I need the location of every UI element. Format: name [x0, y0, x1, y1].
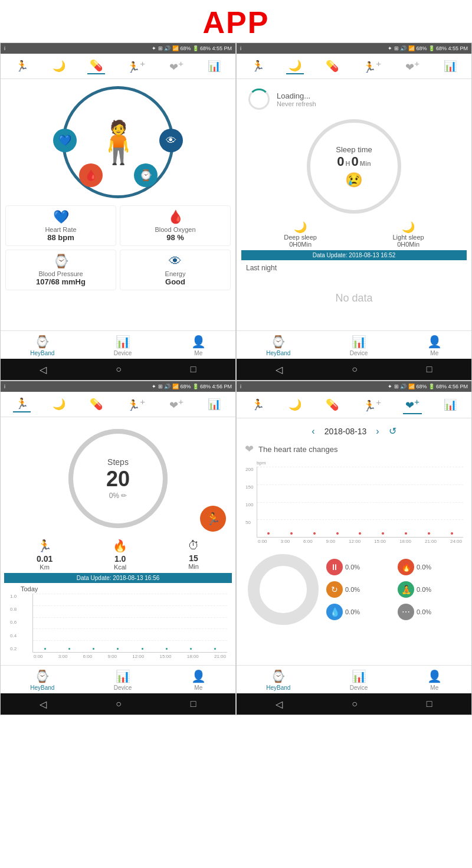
top-tabs-4[interactable]: 🏃 🌙 💊 🏃+ ❤+ 📊 — [237, 392, 471, 418]
nav-heyband-3[interactable]: ⌚ HeyBand — [30, 669, 54, 691]
top-tabs-2[interactable]: 🏃 🌙 💊 🏃+ ❤+ 📊 — [237, 54, 471, 79]
nav-me-4[interactable]: 👤 Me — [427, 669, 442, 691]
tab4-heart-plus[interactable]: ❤+ — [403, 395, 422, 414]
recents-btn-4[interactable]: □ — [427, 699, 432, 709]
sleep-screen: Loading... Never refresh Sleep time 0 H … — [237, 79, 471, 330]
nav-device-3[interactable]: 📊 Device — [114, 669, 132, 691]
me-icon: 👤 — [191, 335, 206, 349]
donut-section: ⏸ 0.0% 🔥 0.0% ↻ 0.0% 🧘 — [240, 546, 468, 633]
tab2-pill[interactable]: 💊 — [323, 58, 341, 74]
nav-heyband-2[interactable]: ⌚ HeyBand — [266, 335, 290, 356]
tab3-chart[interactable]: 📊 — [205, 397, 223, 412]
hr-dots-row — [257, 532, 463, 535]
chart-dot — [117, 648, 119, 650]
nav-heyband-4[interactable]: ⌚ HeyBand — [266, 669, 290, 691]
km-value: 0.01 — [37, 554, 53, 564]
heyband-label-2: HeyBand — [266, 350, 290, 356]
orbit-eye-btn[interactable]: 👁 — [159, 129, 183, 152]
stat-energy[interactable]: 👁 Energy Good — [120, 250, 231, 290]
recents-btn-1[interactable]: □ — [191, 364, 196, 375]
tab4-pill[interactable]: 💊 — [323, 397, 341, 412]
tab4-chart[interactable]: 📊 — [441, 397, 459, 412]
tab-sleep[interactable]: 🌙 — [50, 58, 68, 74]
stat-blood-pressure[interactable]: ⌚ Blood Pressure 107/68 mmHg — [5, 250, 116, 290]
loading-text: Loading... — [277, 91, 316, 100]
app-title: APP — [203, 5, 270, 40]
tab3-run[interactable]: 🏃 — [13, 396, 31, 412]
top-tabs-3[interactable]: 🏃 🌙 💊 🏃+ ❤+ 📊 — [1, 392, 235, 417]
device-icon-4: 📊 — [352, 669, 366, 683]
light-sleep-label: Light sleep — [393, 234, 424, 241]
me-icon-4: 👤 — [427, 669, 442, 683]
back-btn-1[interactable]: ◁ — [40, 364, 47, 375]
device-label-3: Device — [114, 684, 132, 691]
steps-stat-kcal: 🔥 1.0 Kcal — [113, 539, 127, 571]
tab-run-plus[interactable]: 🏃+ — [124, 57, 148, 75]
activity-button[interactable]: 🏃 — [200, 506, 226, 532]
orbit-blood-btn[interactable]: 🩸 — [79, 163, 103, 187]
grid-lines — [33, 594, 227, 652]
chart-dots-row — [33, 648, 227, 650]
back-btn-2[interactable]: ◁ — [276, 364, 283, 375]
body-circle: 🧍 💙 👁 🩸 ⌚ — [62, 86, 174, 198]
tab2-heart-plus[interactable]: ❤+ — [403, 57, 422, 75]
nav-me-1[interactable]: 👤 Me — [191, 335, 206, 356]
nav-me-2[interactable]: 👤 Me — [427, 335, 442, 356]
orbit-heart-btn[interactable]: 💙 — [53, 129, 77, 152]
stat-heart-rate[interactable]: 💙 Heart Rate 88 bpm — [5, 205, 116, 246]
tab3-run-plus[interactable]: 🏃+ — [124, 395, 148, 413]
device-label-2: Device — [350, 350, 368, 356]
steps-label: Steps — [106, 457, 130, 467]
home-btn-2[interactable]: ○ — [352, 364, 358, 375]
tab4-run-plus[interactable]: 🏃+ — [360, 396, 384, 414]
heart-rate-label: Heart Rate — [45, 226, 76, 233]
last-night-section: Last night No data — [241, 260, 467, 326]
nav-device-1[interactable]: 📊 Device — [114, 335, 132, 356]
legend-item-6: ⋯ 0.0% — [398, 604, 463, 620]
tab2-run-plus[interactable]: 🏃+ — [360, 57, 384, 75]
back-btn-3[interactable]: ◁ — [40, 699, 47, 710]
tab3-heart-plus[interactable]: ❤+ — [167, 395, 186, 413]
tab4-run[interactable]: 🏃 — [249, 397, 267, 412]
nav-device-4[interactable]: 📊 Device — [350, 669, 368, 691]
hr-dot — [382, 532, 384, 535]
home-btn-1[interactable]: ○ — [116, 364, 122, 375]
tab2-sleep[interactable]: 🌙 — [286, 58, 304, 74]
legend-item-5: 💧 0.0% — [326, 604, 392, 620]
date-prev[interactable]: ‹ — [312, 426, 314, 437]
date-next[interactable]: › — [376, 426, 379, 437]
tab2-run[interactable]: 🏃 — [249, 58, 267, 74]
tab-run[interactable]: 🏃 — [13, 58, 31, 74]
chart-x-axis: 0:00 3:00 6:00 9:00 12:00 15:00 18:00 21… — [32, 654, 227, 659]
tab-pill[interactable]: 💊 — [87, 58, 105, 74]
home-btn-3[interactable]: ○ — [116, 699, 122, 709]
tab4-sleep[interactable]: 🌙 — [286, 397, 304, 412]
tab-heart-plus[interactable]: ❤+ — [167, 57, 186, 75]
back-btn-4[interactable]: ◁ — [276, 699, 283, 710]
data-update-bar-3: Data Update: 2018-08-13 16:56 — [4, 573, 232, 583]
blood-pressure-label: Blood Pressure — [38, 270, 83, 277]
nav-device-2[interactable]: 📊 Device — [350, 335, 368, 356]
tab3-pill[interactable]: 💊 — [87, 397, 105, 412]
sleep-circle: Sleep time 0 H 0 Min 😢 — [307, 119, 401, 214]
tab3-sleep[interactable]: 🌙 — [50, 397, 68, 412]
data-update-bar-2: Data Update: 2018-08-13 16:52 — [241, 250, 467, 260]
tab-chart[interactable]: 📊 — [205, 58, 223, 74]
top-tabs-1[interactable]: 🏃 🌙 💊 🏃+ ❤+ 📊 — [1, 54, 235, 79]
heart-rate-icon: 💙 — [53, 209, 69, 225]
legend-pct-6: 0.0% — [417, 608, 431, 615]
recents-btn-2[interactable]: □ — [427, 364, 432, 375]
hr-title-text: The heart rate changes — [258, 445, 337, 454]
status-bar-1: i ✦ ⊞ 🔊 📶 68% 🔋 68% 4:55 PM — [1, 43, 235, 54]
steps-stat-min: ⏱ 15 Min — [188, 539, 199, 571]
nav-me-3[interactable]: 👤 Me — [191, 669, 206, 691]
orbit-watch-btn[interactable]: ⌚ — [134, 163, 158, 187]
nav-heyband-1[interactable]: ⌚ HeyBand — [30, 335, 54, 356]
refresh-icon[interactable]: ↺ — [389, 425, 396, 437]
steps-ring-wrapper: Steps 20 0% ✏ 🏃 — [4, 425, 232, 532]
tab2-chart[interactable]: 📊 — [441, 58, 459, 74]
stat-blood-oxygen[interactable]: 🩸 Blood Oxygen 98 % — [120, 205, 231, 246]
hr-y-axis: 200 150 100 50 — [245, 467, 253, 538]
home-btn-4[interactable]: ○ — [352, 699, 358, 709]
recents-btn-3[interactable]: □ — [191, 699, 196, 709]
